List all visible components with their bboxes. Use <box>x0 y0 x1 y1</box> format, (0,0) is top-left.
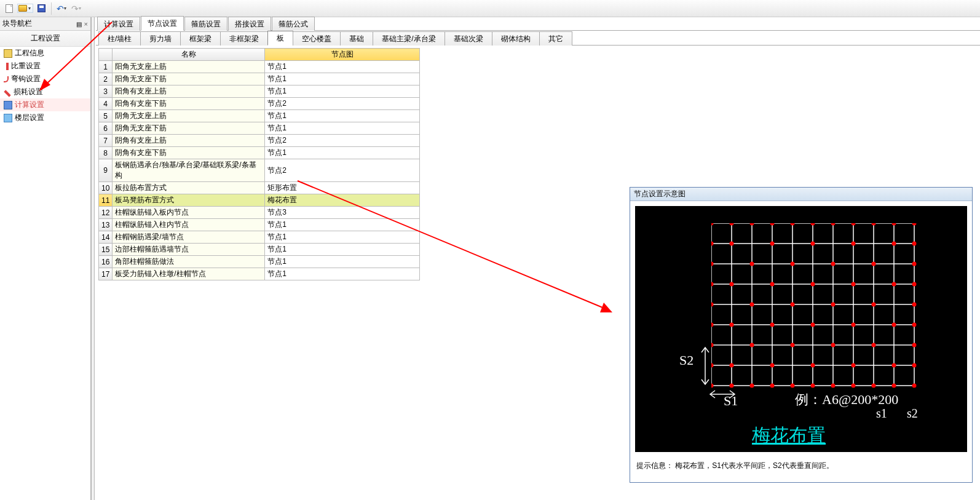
table-row[interactable]: 11板马凳筋布置方式梅花布置 <box>99 194 420 207</box>
redo-button[interactable]: ↷▾ <box>69 2 83 15</box>
svg-point-39 <box>750 262 754 266</box>
row-name: 阳角无支座上筋 <box>113 61 265 73</box>
undo-button[interactable]: ↶▾ <box>55 2 68 15</box>
subtab-砌体结构[interactable]: 砌体结构 <box>492 31 540 46</box>
table-row[interactable]: 10板拉筋布置方式矩形布置 <box>99 182 420 194</box>
row-node[interactable]: 节点2 <box>265 159 420 182</box>
subtab-基础主梁/承台梁[interactable]: 基础主梁/承台梁 <box>373 31 445 46</box>
table-row[interactable]: 8阴角有支座下筋节点1 <box>99 147 420 159</box>
table-row[interactable]: 9板钢筋遇承台/独基/承台梁/基础联系梁/条基构节点2 <box>99 159 420 182</box>
row-node[interactable]: 节点1 <box>265 122 420 135</box>
svg-point-56 <box>912 303 917 307</box>
open-button[interactable]: ▾ <box>17 4 33 13</box>
svg-point-48 <box>852 282 856 287</box>
table-row[interactable]: 14柱帽钢筋遇梁/墙节点节点1 <box>99 231 420 244</box>
row-number: 4 <box>99 98 113 110</box>
table-row[interactable]: 15边部柱帽箍筋遇墙节点节点1 <box>99 244 420 256</box>
tab-节点设置[interactable]: 节点设置 <box>141 16 184 31</box>
pin-icon[interactable]: ▤ <box>76 21 82 28</box>
tab-箍筋公式[interactable]: 箍筋公式 <box>272 17 315 31</box>
table-row[interactable]: 2阳角无支座下筋节点1 <box>99 73 420 85</box>
row-node[interactable]: 节点1 <box>265 231 420 244</box>
row-number: 11 <box>99 194 113 207</box>
nav-panel-title: 块导航栏 ▤ × <box>0 17 90 31</box>
subtab-柱/墙柱[interactable]: 柱/墙柱 <box>98 31 141 46</box>
row-node[interactable]: 节点2 <box>265 135 420 147</box>
table-row[interactable]: 1阳角无支座上筋节点1 <box>99 61 420 73</box>
row-node[interactable]: 节点1 <box>265 61 420 73</box>
s1-low-label: s1 <box>876 407 887 421</box>
sidebar-item-楼层设置[interactable]: 楼层设置 <box>0 111 90 124</box>
subtab-其它[interactable]: 其它 <box>539 31 572 46</box>
col-header[interactable]: 名称 <box>113 49 265 61</box>
table-row[interactable]: 4阳角有支座下筋节点2 <box>99 98 420 110</box>
table-row[interactable]: 7阴角有支座上筋节点2 <box>99 135 420 147</box>
svg-point-59 <box>770 323 775 327</box>
sidebar-item-计算设置[interactable]: 计算设置 <box>0 98 90 111</box>
row-name: 阳角有支座上筋 <box>113 85 265 98</box>
row-node[interactable]: 节点1 <box>265 244 420 256</box>
row-node[interactable]: 节点3 <box>265 207 420 219</box>
svg-point-21 <box>730 223 734 226</box>
row-number: 17 <box>99 268 113 280</box>
row-name: 角部柱帽箍筋做法 <box>113 256 265 268</box>
svg-point-47 <box>811 282 815 287</box>
sidebar-item-弯钩设置[interactable]: 弯钩设置 <box>0 73 90 85</box>
sidebar-item-label: 楼层设置 <box>15 113 44 123</box>
svg-point-33 <box>770 242 775 246</box>
row-node[interactable]: 矩形布置 <box>265 182 420 194</box>
new-button[interactable] <box>2 2 16 15</box>
svg-point-74 <box>852 363 856 368</box>
row-node[interactable]: 节点1 <box>265 73 420 85</box>
subtab-板[interactable]: 板 <box>267 31 293 46</box>
table-row[interactable]: 6阴角无支座下筋节点1 <box>99 122 420 135</box>
tab-计算设置[interactable]: 计算设置 <box>97 17 140 31</box>
ti-proj-icon <box>4 49 12 58</box>
col-header[interactable]: 节点图 <box>265 49 420 61</box>
subtab-空心楼盖[interactable]: 空心楼盖 <box>293 31 341 46</box>
row-node[interactable]: 梅花布置 <box>265 194 420 207</box>
row-name: 板钢筋遇承台/独基/承台梁/基础联系梁/条基构 <box>113 159 265 182</box>
subtab-剪力墙[interactable]: 剪力墙 <box>140 31 181 46</box>
subtab-基础次梁[interactable]: 基础次梁 <box>445 31 492 46</box>
svg-point-22 <box>750 223 754 226</box>
main-toolbar: ▾ ↶▾ ↷▾ <box>0 0 980 17</box>
row-node[interactable]: 节点1 <box>265 219 420 231</box>
row-number: 7 <box>99 135 113 147</box>
category-tabs: 柱/墙柱剪力墙框架梁非框架梁板空心楼盖基础基础主梁/承台梁基础次梁砌体结构其它 <box>96 31 980 46</box>
row-node[interactable]: 节点1 <box>265 110 420 122</box>
row-name: 阳角有支座下筋 <box>113 98 265 110</box>
row-number: 6 <box>99 122 113 135</box>
svg-point-25 <box>811 223 815 226</box>
svg-point-84 <box>852 384 856 388</box>
svg-point-51 <box>711 303 714 307</box>
row-node[interactable]: 节点1 <box>265 268 420 280</box>
table-row[interactable]: 12柱帽纵筋锚入板内节点节点3 <box>99 207 420 219</box>
table-row[interactable]: 5阴角无支座上筋节点1 <box>99 110 420 122</box>
svg-point-86 <box>892 384 896 388</box>
sidebar-item-label: 工程信息 <box>15 48 44 58</box>
table-row[interactable]: 17板受力筋锚入柱墩/柱帽节点节点1 <box>99 268 420 280</box>
sidebar-item-比重设置[interactable]: 比重设置 <box>0 60 90 73</box>
row-node[interactable]: 节点1 <box>265 85 420 98</box>
tab-箍筋设置[interactable]: 箍筋设置 <box>184 17 227 31</box>
subtab-非框架梁[interactable]: 非框架梁 <box>220 31 268 46</box>
sidebar-item-损耗设置[interactable]: 损耗设置 <box>0 85 90 98</box>
close-icon[interactable]: × <box>84 20 88 28</box>
s2-low-label: s2 <box>907 407 918 421</box>
table-row[interactable]: 13柱帽纵筋锚入柱内节点节点1 <box>99 219 420 231</box>
row-node[interactable]: 节点1 <box>265 147 420 159</box>
row-node[interactable]: 节点2 <box>265 98 420 110</box>
save-button[interactable] <box>34 2 48 15</box>
col-header[interactable] <box>99 49 113 61</box>
svg-point-62 <box>892 323 896 327</box>
table-row[interactable]: 16角部柱帽箍筋做法节点1 <box>99 256 420 268</box>
subtab-基础[interactable]: 基础 <box>340 31 373 46</box>
sidebar-item-工程信息[interactable]: 工程信息 <box>0 47 90 60</box>
row-name: 阴角无支座上筋 <box>113 110 265 122</box>
subtab-框架梁[interactable]: 框架梁 <box>180 31 221 46</box>
tab-搭接设置[interactable]: 搭接设置 <box>228 17 271 31</box>
row-node[interactable]: 节点1 <box>265 256 420 268</box>
table-row[interactable]: 3阳角有支座上筋节点1 <box>99 85 420 98</box>
ti-floor-icon <box>4 114 12 122</box>
